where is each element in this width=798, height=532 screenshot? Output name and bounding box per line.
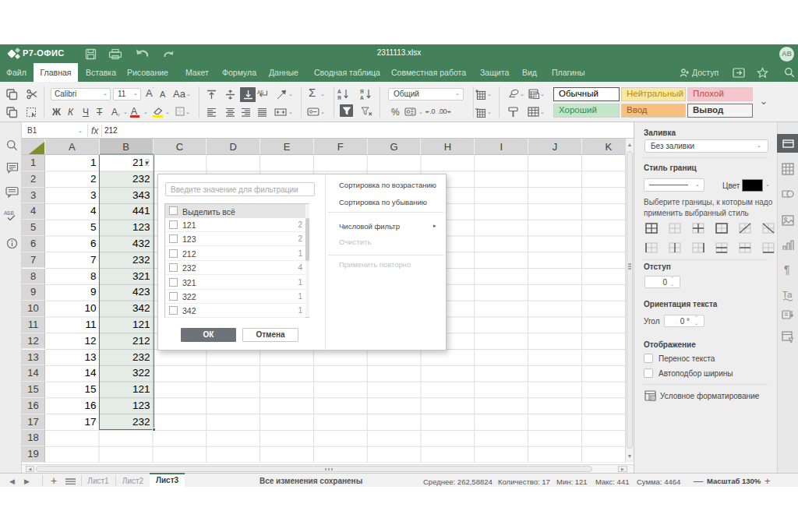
svg-text:Я: Я <box>337 95 341 100</box>
svg-text:А: А <box>360 95 364 100</box>
svg-text:А: А <box>337 89 341 94</box>
svg-text:Та: Та <box>782 290 793 299</box>
svg-text:Я: Я <box>360 89 364 94</box>
svg-text:Σ: Σ <box>535 93 538 98</box>
svg-text:¶: ¶ <box>784 263 790 276</box>
svg-text:АБВ: АБВ <box>4 210 14 216</box>
